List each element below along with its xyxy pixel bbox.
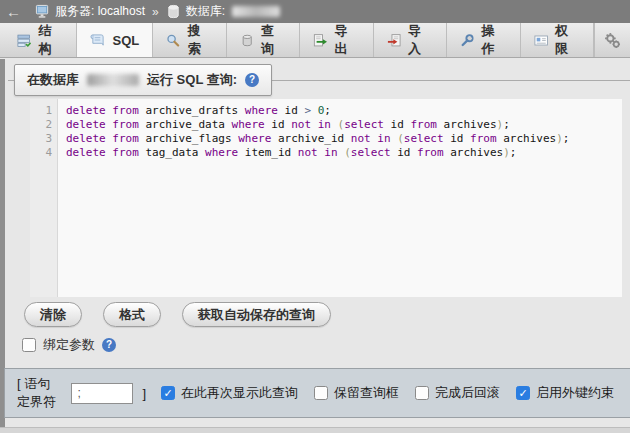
tab-operations[interactable]: 操作 xyxy=(447,23,520,57)
delimiter-input[interactable] xyxy=(71,383,133,404)
tab-label: 操作 xyxy=(482,22,507,58)
editor-actions: 清除 格式 获取自动保存的查询 xyxy=(24,302,331,327)
bind-parameters-row: 绑定参数 ? xyxy=(22,336,116,354)
legend-suffix: 运行 SQL 查询: xyxy=(147,71,237,89)
get-auto-saved-query-button[interactable]: 获取自动保存的查询 xyxy=(182,302,331,327)
tab-bar: 结构 SQL 搜索 查询 导出 导入 操作 权限 xyxy=(0,23,630,58)
breadcrumb-separator: » xyxy=(152,5,159,19)
import-icon xyxy=(387,33,401,48)
option-label: 在此再次显示此查询 xyxy=(181,384,298,402)
line-number-gutter: 1234 xyxy=(30,99,58,297)
search-icon xyxy=(166,33,180,48)
option-enable-foreign-key-checks[interactable]: ✓ 启用外键约束 xyxy=(516,384,614,402)
bind-parameters-checkbox[interactable] xyxy=(22,338,36,352)
wrench-icon xyxy=(460,33,474,48)
privileges-card-icon xyxy=(534,33,548,48)
breadcrumb-database[interactable]: 数据库: xyxy=(186,3,225,20)
tab-label: 导出 xyxy=(335,22,360,58)
tab-structure[interactable]: 结构 xyxy=(4,23,77,57)
tab-label: 导入 xyxy=(408,22,433,58)
show-query-again-checkbox[interactable]: ✓ xyxy=(161,386,175,400)
tab-label: 结构 xyxy=(38,22,63,58)
tab-sql[interactable]: SQL xyxy=(77,23,153,57)
sql-editor[interactable]: 1234 delete from archive_drafts where id… xyxy=(30,99,622,297)
code-line: delete from tag_data where item_id not i… xyxy=(66,146,622,160)
option-retain-query-box[interactable]: 保留查询框 xyxy=(314,384,399,402)
retain-query-box-checkbox[interactable] xyxy=(314,386,328,400)
tab-export[interactable]: 导出 xyxy=(300,23,373,57)
bind-parameters-label: 绑定参数 xyxy=(43,336,95,354)
tab-import[interactable]: 导入 xyxy=(374,23,447,57)
query-database-icon xyxy=(240,33,254,48)
export-icon xyxy=(313,33,327,48)
foreign-key-checks-checkbox[interactable]: ✓ xyxy=(516,386,530,400)
code-line: delete from archive_data where id not in… xyxy=(66,118,622,132)
option-rollback-when-finished[interactable]: 完成后回滚 xyxy=(415,384,500,402)
clear-button[interactable]: 清除 xyxy=(24,302,82,327)
delimiter-label: [ 语句定界符 xyxy=(17,375,61,411)
sql-code: delete from archive_drafts where id > 0;… xyxy=(58,99,622,297)
option-label: 启用外键约束 xyxy=(536,384,614,402)
code-line: delete from archive_drafts where id > 0; xyxy=(66,104,622,118)
query-panel-legend: 在数据库 运行 SQL 查询: ? xyxy=(14,64,272,96)
gears-icon xyxy=(604,32,621,49)
help-icon[interactable]: ? xyxy=(245,73,259,87)
tab-label: SQL xyxy=(112,33,139,48)
help-icon[interactable]: ? xyxy=(102,338,116,352)
database-name-redacted xyxy=(232,6,280,17)
rollback-checkbox[interactable] xyxy=(415,386,429,400)
query-options-footer: [ 语句定界符 ] ✓ 在此再次显示此查询 保留查询框 完成后回滚 ✓ 启用外键… xyxy=(4,368,630,418)
tab-search[interactable]: 搜索 xyxy=(153,23,226,57)
code-line: delete from archive_flags where archive_… xyxy=(66,132,622,146)
tab-label: 查询 xyxy=(261,22,286,58)
option-label: 完成后回滚 xyxy=(435,384,500,402)
breadcrumb-bar: ← 服务器: localhost » 数据库: xyxy=(0,0,630,23)
tab-label: 搜索 xyxy=(188,22,213,58)
next-section-edge xyxy=(0,427,630,433)
tab-label: 权限 xyxy=(555,22,580,58)
breadcrumb-server[interactable]: 服务器: localhost xyxy=(55,3,145,20)
sql-icon xyxy=(90,33,105,48)
database-name-redacted xyxy=(87,74,139,86)
option-label: 保留查询框 xyxy=(334,384,399,402)
collapse-nav-arrow-icon[interactable]: ← xyxy=(6,4,21,19)
tab-routines[interactable] xyxy=(594,23,630,57)
format-button[interactable]: 格式 xyxy=(103,302,161,327)
database-icon xyxy=(166,4,181,19)
option-show-query-again[interactable]: ✓ 在此再次显示此查询 xyxy=(161,384,298,402)
tab-privileges[interactable]: 权限 xyxy=(521,23,594,57)
tab-query[interactable]: 查询 xyxy=(227,23,300,57)
delimiter-close-bracket: ] xyxy=(142,386,146,401)
server-icon xyxy=(35,4,50,19)
phpmyadmin-sql-page: ← 服务器: localhost » 数据库: 结构 SQL 搜索 查询 xyxy=(0,0,630,433)
legend-prefix: 在数据库 xyxy=(27,71,79,89)
structure-icon xyxy=(17,33,31,48)
